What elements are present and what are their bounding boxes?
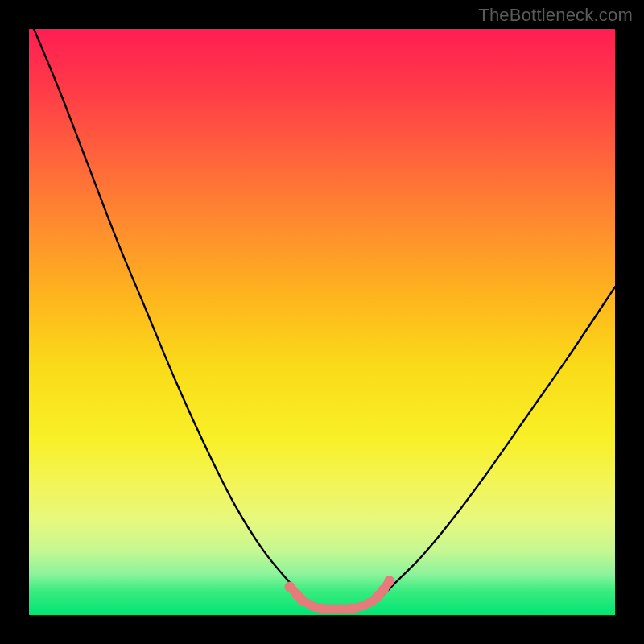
svg-point-6 — [384, 576, 394, 586]
bottleneck-curve-svg — [29, 29, 615, 615]
svg-point-0 — [284, 582, 295, 592]
svg-point-3 — [346, 603, 357, 613]
svg-point-5 — [378, 584, 389, 595]
minimum-marker-blob — [284, 576, 394, 613]
watermark-text: TheBottleneck.com — [478, 5, 633, 26]
chart-frame: TheBottleneck.com — [0, 0, 644, 644]
plot-area — [29, 29, 615, 615]
bottleneck-curve — [29, 29, 615, 609]
svg-point-2 — [296, 595, 307, 605]
